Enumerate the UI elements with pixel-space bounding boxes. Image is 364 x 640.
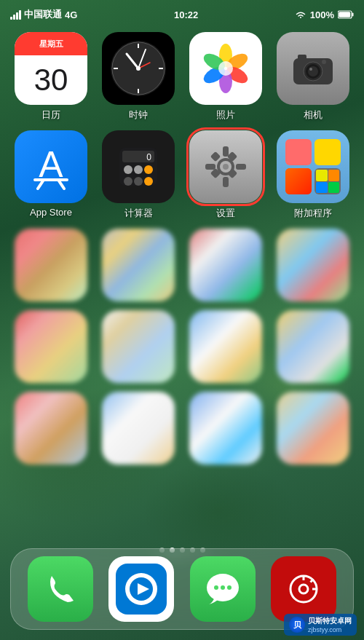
app-label-photos: 照片: [216, 108, 235, 122]
svg-point-35: [124, 165, 132, 174]
dock-item-phone[interactable]: [28, 556, 93, 622]
qvideo-svg: [116, 564, 167, 615]
folder-icon-2: [314, 139, 341, 165]
svg-point-26: [309, 68, 312, 71]
blurred-icon-4-2: [102, 310, 175, 383]
app-icon-photos: [189, 32, 262, 105]
blurred-app-5-3[interactable]: [185, 392, 266, 465]
folder-icon-1: [285, 139, 312, 165]
calculator-svg: 0: [114, 142, 163, 191]
app-label-settings: 设置: [216, 207, 235, 220]
app-icon-clock: [102, 32, 175, 105]
app-icon-calendar: 星期五 30: [15, 32, 87, 105]
blurred-icon-4-4: [277, 310, 349, 383]
calendar-date: 30: [15, 55, 87, 105]
app-item-calculator[interactable]: 0 计算器: [98, 130, 179, 220]
app-row-5: [10, 392, 354, 465]
svg-point-40: [144, 177, 153, 186]
camera-svg: [292, 51, 334, 86]
blurred-icon-3-1: [15, 229, 87, 301]
blurred-icon-5-4: [277, 392, 349, 465]
watermark-logo: 贝: [289, 617, 305, 633]
app-label-calendar: 日历: [41, 108, 60, 122]
svg-point-37: [144, 165, 153, 174]
clock-svg: [109, 39, 167, 98]
svg-point-57: [214, 585, 218, 590]
blurred-app-4-1[interactable]: [10, 310, 92, 383]
status-right: 100%: [295, 9, 354, 20]
blurred-app-4-3[interactable]: [185, 310, 266, 383]
svg-line-64: [311, 580, 314, 582]
blurred-icon-4-1: [15, 310, 87, 383]
status-bar: 中国联通 4G 10:22 100%: [0, 0, 364, 26]
blurred-icon-3-4: [277, 229, 349, 301]
messages-svg: [202, 568, 244, 610]
blurred-icon-5-2: [102, 392, 175, 465]
netease-svg: [282, 567, 325, 611]
app-label-clock: 时钟: [129, 108, 148, 122]
dock-item-messages[interactable]: [190, 556, 256, 622]
svg-rect-22: [298, 55, 306, 60]
app-row-2: A App Store 0: [10, 130, 354, 220]
blurred-app-5-2[interactable]: [98, 392, 179, 465]
blurred-app-4-2[interactable]: [98, 310, 179, 383]
settings-highlight-ring: [186, 127, 265, 206]
appstore-svg: A: [28, 143, 74, 190]
dock-icon-qvideo: [108, 556, 174, 622]
watermark-url: zjbstyy.com: [308, 626, 352, 633]
svg-point-36: [134, 165, 143, 174]
blurred-app-5-4[interactable]: [272, 392, 354, 465]
status-left: 中国联通 4G: [10, 8, 77, 21]
app-icon-appstore: A: [15, 130, 87, 203]
dock-icon-messages: [190, 556, 256, 622]
dock-item-netease[interactable]: [271, 556, 336, 622]
app-item-camera[interactable]: 相机: [272, 32, 354, 122]
watermark-site-name: 贝斯特安卓网: [308, 616, 352, 626]
app-item-clock[interactable]: 时钟: [98, 32, 179, 122]
time-display: 10:22: [174, 9, 198, 20]
app-label-extras: 附加程序: [294, 207, 332, 220]
calendar-day: 星期五: [15, 32, 87, 55]
signal-bar-1: [10, 17, 12, 20]
blurred-icon-4-3: [189, 310, 262, 383]
app-item-photos[interactable]: 照片: [185, 32, 266, 122]
blurred-app-3-2[interactable]: [98, 229, 179, 301]
signal-bars: [10, 10, 21, 20]
svg-point-20: [218, 61, 233, 76]
app-row-4: [10, 310, 354, 383]
blurred-icon-5-1: [15, 392, 87, 465]
folder-icon-3: [285, 168, 312, 194]
svg-point-12: [136, 66, 141, 71]
app-item-settings[interactable]: 设置: [185, 130, 266, 220]
svg-point-58: [221, 585, 225, 590]
app-label-calculator: 计算器: [124, 207, 153, 220]
home-screen: 星期五 30 日历: [0, 26, 364, 465]
app-item-appstore[interactable]: A App Store: [10, 130, 92, 220]
app-row-3: [10, 229, 354, 301]
dock-item-qvideo[interactable]: [108, 556, 174, 622]
photos-svg: [197, 39, 255, 98]
battery-icon: [338, 10, 354, 19]
blurred-app-3-4[interactable]: [272, 229, 354, 301]
app-icon-extras: [277, 130, 349, 203]
dock-icon-phone: [28, 556, 93, 622]
svg-point-38: [124, 177, 132, 186]
blurred-app-5-1[interactable]: [10, 392, 92, 465]
battery-label: 100%: [310, 9, 334, 20]
svg-rect-2: [339, 12, 350, 17]
blurred-app-3-3[interactable]: [185, 229, 266, 301]
wifi-icon: [295, 10, 306, 19]
app-item-calendar[interactable]: 星期五 30 日历: [10, 32, 92, 122]
app-item-extras[interactable]: 附加程序: [272, 130, 354, 220]
watermark: 贝 贝斯特安卓网 zjbstyy.com: [284, 614, 357, 636]
svg-point-61: [299, 585, 308, 593]
signal-bar-4: [19, 10, 21, 20]
svg-point-39: [134, 177, 143, 186]
app-icon-calculator: 0: [102, 130, 175, 203]
signal-bar-3: [16, 12, 18, 20]
svg-point-59: [227, 585, 232, 590]
blurred-app-4-4[interactable]: [272, 310, 354, 383]
app-label-camera: 相机: [304, 108, 323, 122]
blurred-app-3-1[interactable]: [10, 229, 92, 301]
svg-rect-1: [352, 13, 354, 17]
